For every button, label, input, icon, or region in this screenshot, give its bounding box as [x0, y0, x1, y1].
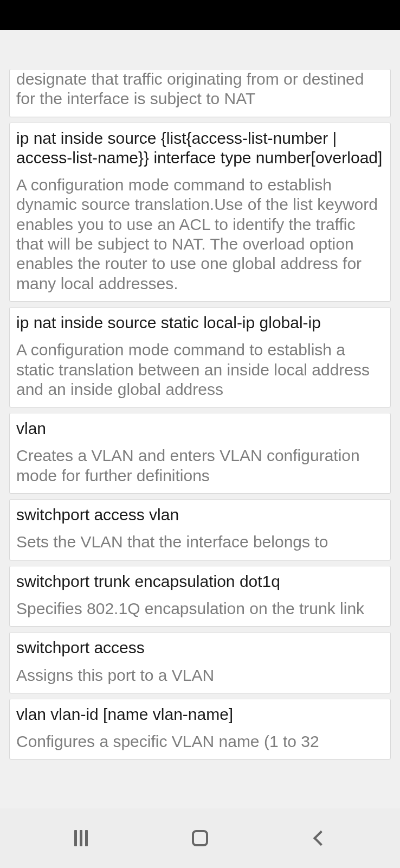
command-description: A configuration mode command to establis… [16, 340, 384, 399]
command-description: designate that traffic originating from … [16, 69, 384, 109]
command-card[interactable]: vlan vlan-id [name vlan-name] Configures… [9, 699, 391, 760]
command-description: Specifies 802.1Q encapsulation on the tr… [16, 599, 384, 618]
back-icon [313, 831, 328, 846]
command-description: Configures a specific VLAN name (1 to 32 [16, 732, 384, 751]
content-scroll-area[interactable]: designate that traffic originating from … [0, 30, 400, 808]
command-title: ip nat inside source {list{access-list-n… [16, 129, 384, 168]
command-title: switchport trunk encapsulation dot1q [16, 572, 384, 591]
command-title: vlan vlan-id [name vlan-name] [16, 705, 384, 724]
command-card[interactable]: ip nat inside source {list{access-list-n… [9, 123, 391, 302]
command-description: Assigns this port to a VLAN [16, 666, 384, 685]
command-title: ip nat inside source static local-ip glo… [16, 313, 384, 333]
recents-button[interactable] [49, 822, 114, 854]
home-button[interactable] [167, 822, 233, 854]
navigation-bar [0, 808, 400, 868]
command-title: vlan [16, 419, 384, 438]
command-title: switchport access vlan [16, 505, 384, 525]
status-bar [0, 0, 400, 30]
command-card[interactable]: designate that traffic originating from … [9, 69, 391, 117]
command-description: Sets the VLAN that the interface belongs… [16, 532, 384, 552]
command-card[interactable]: switchport access vlan Sets the VLAN tha… [9, 499, 391, 560]
back-button[interactable] [286, 822, 351, 854]
command-card[interactable]: switchport access Assigns this port to a… [9, 632, 391, 693]
command-description: Creates a VLAN and enters VLAN configura… [16, 446, 384, 486]
command-card[interactable]: vlan Creates a VLAN and enters VLAN conf… [9, 413, 391, 494]
home-icon [192, 830, 208, 846]
command-description: A configuration mode command to establis… [16, 175, 384, 293]
command-title: switchport access [16, 638, 384, 658]
recents-icon [74, 830, 88, 846]
command-card[interactable]: switchport trunk encapsulation dot1q Spe… [9, 566, 391, 627]
card-list: designate that traffic originating from … [9, 30, 391, 760]
command-card[interactable]: ip nat inside source static local-ip glo… [9, 307, 391, 407]
